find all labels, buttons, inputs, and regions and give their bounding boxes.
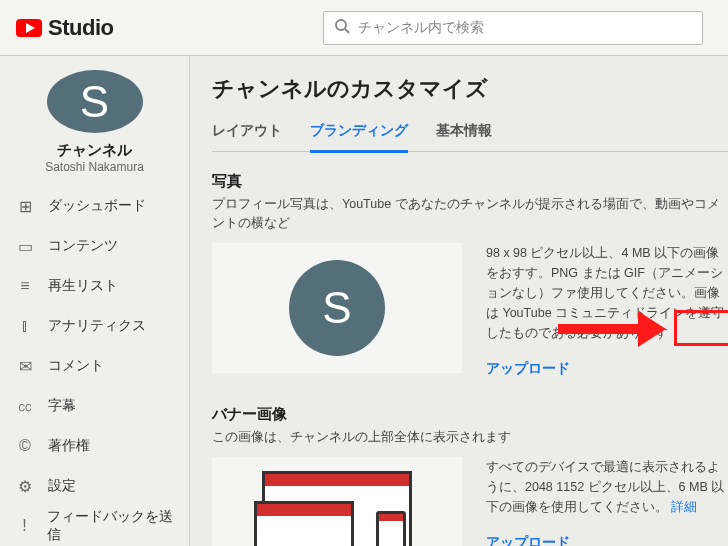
sidebar-item-comments[interactable]: ✉コメント bbox=[0, 346, 189, 386]
device-phone-icon bbox=[376, 511, 406, 546]
sidebar-item-label: ダッシュボード bbox=[48, 197, 146, 215]
svg-point-2 bbox=[336, 20, 346, 30]
sidebar-item-label: アナリティクス bbox=[48, 317, 146, 335]
tabs: レイアウト ブランディング 基本情報 bbox=[212, 116, 728, 152]
youtube-icon bbox=[16, 19, 42, 37]
tab-basic-info[interactable]: 基本情報 bbox=[436, 116, 492, 151]
studio-logo[interactable]: Studio bbox=[16, 15, 113, 41]
sidebar-item-content[interactable]: ▭コンテンツ bbox=[0, 226, 189, 266]
tab-layout[interactable]: レイアウト bbox=[212, 116, 282, 151]
gear-icon: ⚙ bbox=[16, 477, 34, 496]
upload-button[interactable]: アップロード bbox=[486, 357, 570, 379]
channel-label: チャンネル bbox=[0, 141, 189, 160]
page-title: チャンネルのカスタマイズ bbox=[212, 74, 728, 104]
photo-section-desc: プロフィール写真は、YouTube であなたのチャンネルが提示される場面で、動画… bbox=[212, 195, 728, 233]
sidebar-item-label: 著作権 bbox=[48, 437, 90, 455]
sidebar-item-subtitles[interactable]: ㏄字幕 bbox=[0, 386, 189, 426]
sidebar-item-label: 再生リスト bbox=[48, 277, 118, 295]
banner-more-link[interactable]: 詳細 bbox=[671, 500, 697, 514]
feedback-icon: ! bbox=[16, 517, 33, 535]
sidebar-item-label: コンテンツ bbox=[48, 237, 118, 255]
search-input[interactable]: チャンネル内で検索 bbox=[323, 11, 703, 45]
sidebar-item-label: 設定 bbox=[48, 477, 76, 495]
sidebar-item-settings[interactable]: ⚙設定 bbox=[0, 466, 189, 506]
sidebar-item-label: 字幕 bbox=[48, 397, 76, 415]
channel-avatar[interactable]: S bbox=[47, 70, 143, 133]
content-icon: ▭ bbox=[16, 237, 34, 256]
sidebar-item-playlists[interactable]: ≡再生リスト bbox=[0, 266, 189, 306]
sidebar-item-copyright[interactable]: ©著作権 bbox=[0, 426, 189, 466]
sidebar-item-feedback[interactable]: !フィードバックを送信 bbox=[0, 506, 189, 546]
photo-info-text: 98 x 98 ピクセル以上、4 MB 以下の画像をおすす。PNG または GI… bbox=[486, 246, 724, 340]
photo-avatar: S bbox=[289, 260, 385, 356]
device-laptop-icon bbox=[254, 501, 354, 546]
sidebar-item-dashboard[interactable]: ⊞ダッシュボード bbox=[0, 186, 189, 226]
subtitles-icon: ㏄ bbox=[16, 396, 34, 417]
photo-preview: S bbox=[212, 243, 462, 373]
banner-section-title: バナー画像 bbox=[212, 405, 728, 424]
banner-section-desc: この画像は、チャンネルの上部全体に表示されます bbox=[212, 428, 728, 447]
search-placeholder: チャンネル内で検索 bbox=[358, 19, 484, 37]
banner-upload-button[interactable]: アップロード bbox=[486, 531, 570, 546]
header: Studio チャンネル内で検索 bbox=[0, 0, 728, 56]
search-icon bbox=[334, 18, 350, 38]
banner-info: すべてのデバイスで最適に表示されるように、2048 1152 ピクセル以上、6 … bbox=[486, 457, 728, 546]
analytics-icon: ⫿ bbox=[16, 317, 34, 335]
sidebar: S チャンネル Satoshi Nakamura ⊞ダッシュボード ▭コンテンツ… bbox=[0, 56, 190, 546]
dashboard-icon: ⊞ bbox=[16, 197, 34, 216]
copyright-icon: © bbox=[16, 437, 34, 455]
photo-info: 98 x 98 ピクセル以上、4 MB 以下の画像をおすす。PNG または GI… bbox=[486, 243, 728, 379]
tab-branding[interactable]: ブランディング bbox=[310, 116, 408, 153]
sidebar-nav: ⊞ダッシュボード ▭コンテンツ ≡再生リスト ⫿アナリティクス ✉コメント ㏄字… bbox=[0, 186, 189, 546]
channel-name: Satoshi Nakamura bbox=[0, 160, 189, 174]
photo-section-title: 写真 bbox=[212, 172, 728, 191]
sidebar-item-label: コメント bbox=[48, 357, 104, 375]
banner-preview bbox=[212, 457, 462, 546]
playlist-icon: ≡ bbox=[16, 277, 34, 295]
main-content: チャンネルのカスタマイズ レイアウト ブランディング 基本情報 写真 プロフィー… bbox=[190, 56, 728, 546]
sidebar-item-analytics[interactable]: ⫿アナリティクス bbox=[0, 306, 189, 346]
comments-icon: ✉ bbox=[16, 357, 34, 376]
logo-text: Studio bbox=[48, 15, 113, 41]
sidebar-item-label: フィードバックを送信 bbox=[47, 508, 177, 544]
svg-line-3 bbox=[345, 29, 349, 33]
